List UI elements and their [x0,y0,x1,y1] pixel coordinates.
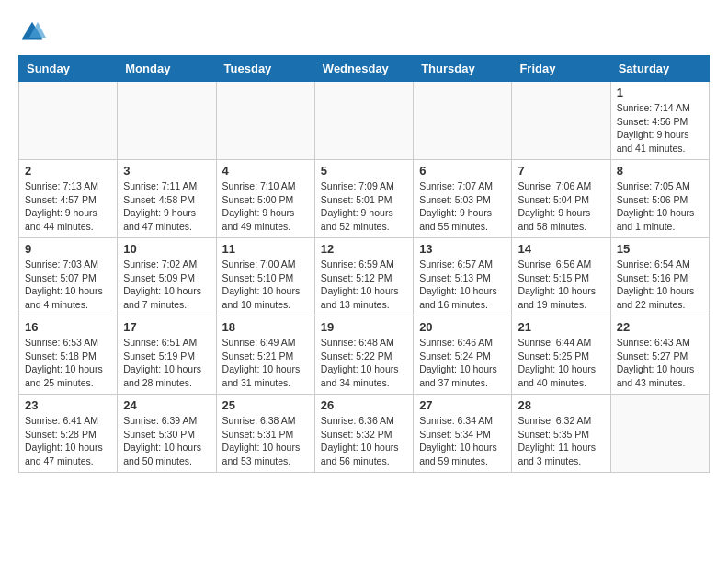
day-number: 20 [419,320,506,334]
day-info: Sunrise: 7:13 AM Sunset: 4:57 PM Dayligh… [25,179,111,234]
day-number: 6 [419,164,506,178]
week-row-3: 9Sunrise: 7:03 AM Sunset: 5:07 PM Daylig… [19,238,710,316]
day-info: Sunrise: 6:48 AM Sunset: 5:22 PM Dayligh… [321,336,407,390]
day-info: Sunrise: 7:10 AM Sunset: 5:00 PM Dayligh… [222,179,309,234]
day-info: Sunrise: 7:14 AM Sunset: 4:56 PM Dayligh… [617,101,703,155]
logo [18,18,50,46]
day-info: Sunrise: 6:56 AM Sunset: 5:15 PM Dayligh… [518,258,604,312]
calendar-cell-2-2: 3Sunrise: 7:11 AM Sunset: 4:58 PM Daylig… [118,160,216,238]
week-row-4: 16Sunrise: 6:53 AM Sunset: 5:18 PM Dayli… [19,316,710,395]
day-header-sunday: Sunday [19,56,118,82]
day-info: Sunrise: 6:39 AM Sunset: 5:30 PM Dayligh… [123,414,210,468]
day-number: 25 [222,398,309,412]
day-info: Sunrise: 7:02 AM Sunset: 5:09 PM Dayligh… [123,258,210,312]
calendar-cell-5-4: 26Sunrise: 6:36 AM Sunset: 5:32 PM Dayli… [314,395,413,473]
day-number: 22 [617,320,703,334]
logo-icon [18,18,46,46]
day-number: 19 [321,320,407,334]
day-info: Sunrise: 6:38 AM Sunset: 5:31 PM Dayligh… [222,414,309,468]
calendar-cell-5-2: 24Sunrise: 6:39 AM Sunset: 5:30 PM Dayli… [118,395,216,473]
day-number: 7 [518,164,604,178]
page-header [18,18,710,46]
day-number: 5 [321,164,407,178]
day-number: 17 [123,320,210,334]
calendar-table: SundayMondayTuesdayWednesdayThursdayFrid… [18,55,710,473]
day-info: Sunrise: 7:09 AM Sunset: 5:01 PM Dayligh… [321,179,407,234]
day-info: Sunrise: 6:51 AM Sunset: 5:19 PM Dayligh… [123,336,210,390]
day-info: Sunrise: 7:07 AM Sunset: 5:03 PM Dayligh… [419,179,506,234]
calendar-cell-4-2: 17Sunrise: 6:51 AM Sunset: 5:19 PM Dayli… [118,316,216,395]
calendar-cell-4-5: 20Sunrise: 6:46 AM Sunset: 5:24 PM Dayli… [414,316,512,395]
day-number: 12 [321,242,407,256]
day-info: Sunrise: 6:57 AM Sunset: 5:13 PM Dayligh… [419,258,506,312]
day-info: Sunrise: 6:32 AM Sunset: 5:35 PM Dayligh… [518,414,604,468]
calendar-cell-3-1: 9Sunrise: 7:03 AM Sunset: 5:07 PM Daylig… [19,238,118,316]
day-header-friday: Friday [512,56,610,82]
day-number: 21 [518,320,604,334]
calendar-cell-1-4 [314,82,413,160]
day-number: 27 [419,398,506,412]
day-info: Sunrise: 6:43 AM Sunset: 5:27 PM Dayligh… [617,336,703,390]
day-info: Sunrise: 6:53 AM Sunset: 5:18 PM Dayligh… [25,336,111,390]
calendar-cell-3-7: 15Sunrise: 6:54 AM Sunset: 5:16 PM Dayli… [610,238,709,316]
calendar-cell-3-2: 10Sunrise: 7:02 AM Sunset: 5:09 PM Dayli… [118,238,216,316]
day-info: Sunrise: 6:46 AM Sunset: 5:24 PM Dayligh… [419,336,506,390]
calendar-cell-5-7 [610,395,709,473]
day-number: 24 [123,398,210,412]
day-info: Sunrise: 6:34 AM Sunset: 5:34 PM Dayligh… [419,414,506,468]
calendar-cell-5-5: 27Sunrise: 6:34 AM Sunset: 5:34 PM Dayli… [414,395,512,473]
day-number: 10 [123,242,210,256]
day-number: 1 [617,86,703,99]
calendar-cell-1-6 [512,82,610,160]
calendar-cell-2-4: 5Sunrise: 7:09 AM Sunset: 5:01 PM Daylig… [314,160,413,238]
day-header-tuesday: Tuesday [216,56,314,82]
day-number: 26 [321,398,407,412]
day-number: 23 [25,398,111,412]
calendar-cell-4-4: 19Sunrise: 6:48 AM Sunset: 5:22 PM Dayli… [314,316,413,395]
day-info: Sunrise: 6:41 AM Sunset: 5:28 PM Dayligh… [25,414,111,468]
day-info: Sunrise: 7:11 AM Sunset: 4:58 PM Dayligh… [123,179,210,234]
day-info: Sunrise: 6:49 AM Sunset: 5:21 PM Dayligh… [222,336,309,390]
calendar-cell-2-1: 2Sunrise: 7:13 AM Sunset: 4:57 PM Daylig… [19,160,118,238]
day-number: 9 [25,242,111,256]
calendar-cell-1-1 [19,82,118,160]
calendar-cell-2-3: 4Sunrise: 7:10 AM Sunset: 5:00 PM Daylig… [216,160,314,238]
week-row-2: 2Sunrise: 7:13 AM Sunset: 4:57 PM Daylig… [19,160,710,238]
calendar-cell-2-7: 8Sunrise: 7:05 AM Sunset: 5:06 PM Daylig… [610,160,709,238]
calendar-cell-2-6: 7Sunrise: 7:06 AM Sunset: 5:04 PM Daylig… [512,160,610,238]
day-number: 18 [222,320,309,334]
calendar-cell-5-6: 28Sunrise: 6:32 AM Sunset: 5:35 PM Dayli… [512,395,610,473]
day-info: Sunrise: 7:05 AM Sunset: 5:06 PM Dayligh… [617,179,703,234]
day-info: Sunrise: 7:03 AM Sunset: 5:07 PM Dayligh… [25,258,111,312]
day-number: 28 [518,398,604,412]
week-row-5: 23Sunrise: 6:41 AM Sunset: 5:28 PM Dayli… [19,395,710,473]
calendar-cell-3-4: 12Sunrise: 6:59 AM Sunset: 5:12 PM Dayli… [314,238,413,316]
day-info: Sunrise: 6:54 AM Sunset: 5:16 PM Dayligh… [617,258,703,312]
day-number: 2 [25,164,111,178]
day-header-thursday: Thursday [414,56,512,82]
calendar-cell-1-5 [414,82,512,160]
calendar-cell-4-3: 18Sunrise: 6:49 AM Sunset: 5:21 PM Dayli… [216,316,314,395]
day-number: 4 [222,164,309,178]
calendar-cell-1-2 [118,82,216,160]
calendar-cell-3-6: 14Sunrise: 6:56 AM Sunset: 5:15 PM Dayli… [512,238,610,316]
day-number: 14 [518,242,604,256]
week-row-1: 1Sunrise: 7:14 AM Sunset: 4:56 PM Daylig… [19,82,710,160]
day-number: 15 [617,242,703,256]
day-info: Sunrise: 6:36 AM Sunset: 5:32 PM Dayligh… [321,414,407,468]
calendar-cell-5-1: 23Sunrise: 6:41 AM Sunset: 5:28 PM Dayli… [19,395,118,473]
calendar-cell-1-7: 1Sunrise: 7:14 AM Sunset: 4:56 PM Daylig… [610,82,709,160]
calendar-cell-5-3: 25Sunrise: 6:38 AM Sunset: 5:31 PM Dayli… [216,395,314,473]
calendar-cell-4-7: 22Sunrise: 6:43 AM Sunset: 5:27 PM Dayli… [610,316,709,395]
day-number: 8 [617,164,703,178]
day-number: 13 [419,242,506,256]
day-header-wednesday: Wednesday [314,56,413,82]
day-header-monday: Monday [118,56,216,82]
calendar-cell-4-6: 21Sunrise: 6:44 AM Sunset: 5:25 PM Dayli… [512,316,610,395]
day-number: 11 [222,242,309,256]
day-info: Sunrise: 6:59 AM Sunset: 5:12 PM Dayligh… [321,258,407,312]
day-info: Sunrise: 6:44 AM Sunset: 5:25 PM Dayligh… [518,336,604,390]
day-number: 16 [25,320,111,334]
calendar-cell-2-5: 6Sunrise: 7:07 AM Sunset: 5:03 PM Daylig… [414,160,512,238]
day-info: Sunrise: 7:00 AM Sunset: 5:10 PM Dayligh… [222,258,309,312]
